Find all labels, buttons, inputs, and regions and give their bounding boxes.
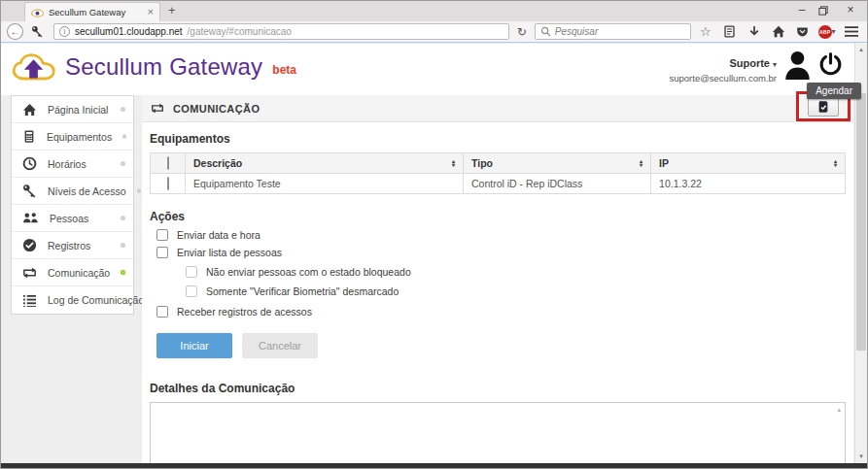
tab-title: Secullum Gateway — [49, 7, 143, 17]
nao-enviar-bloqueado-checkbox[interactable] — [186, 266, 197, 278]
search-bar[interactable] — [535, 23, 692, 40]
favicon-cloud-icon — [31, 8, 44, 17]
user-menu[interactable]: Suporte▾ suporte@secullum.com.br — [670, 48, 778, 84]
sidebar-item-comunicacao[interactable]: Comunicação — [12, 259, 133, 286]
search-input[interactable] — [555, 26, 662, 37]
sidebar-item-log-de-comunicacao[interactable]: Log de Comunicação — [12, 286, 133, 314]
actions-heading: Ações — [150, 210, 846, 223]
row-checkbox[interactable] — [167, 177, 169, 190]
url-bar[interactable]: i secullum01.cloudapp.net/gateway/#comun… — [53, 23, 509, 40]
beta-badge: beta — [272, 63, 296, 77]
iniciar-button[interactable]: Iniciar — [156, 333, 232, 358]
main-panel: COMUNICAÇÃO Equipamentos Descrição ▴▾ Ti… — [142, 95, 853, 463]
bookmark-star-icon[interactable]: ☆ — [695, 23, 715, 41]
status-dot-icon — [122, 134, 126, 139]
url-path: /gateway/#comunicacao — [188, 26, 292, 37]
people-icon — [22, 212, 39, 224]
select-all-checkbox[interactable] — [167, 156, 169, 170]
browser-tab[interactable]: Secullum Gateway × — [24, 2, 160, 21]
app-header: Secullum Gateway beta Suporte▾ suporte@s… — [1, 44, 854, 95]
status-dot-icon — [137, 188, 141, 193]
user-caret-icon: ▾ — [773, 60, 777, 69]
somente-biometria-checkbox[interactable] — [186, 285, 197, 297]
column-header-descricao[interactable]: Descrição ▴▾ — [186, 153, 464, 174]
page-info-icon[interactable]: i — [59, 26, 70, 37]
window-close-button[interactable]: × — [842, 3, 859, 17]
user-avatar-icon[interactable] — [784, 48, 811, 80]
pocket-icon[interactable] — [792, 23, 813, 41]
receber-registros-checkbox[interactable] — [156, 306, 168, 318]
sidebar-item-equipamentos[interactable]: Equipamentos — [12, 123, 133, 151]
browser-titlebar: Secullum Gateway × + – × — [1, 1, 867, 21]
column-header-ip[interactable]: IP ▴▾ — [651, 153, 846, 174]
window-restore-button[interactable] — [818, 6, 836, 16]
bookmarks-sidebar-icon[interactable] — [719, 23, 740, 41]
cell-tipo: Control iD - Rep iDClass — [464, 174, 651, 194]
table-row[interactable]: Equipamento Teste Control iD - Rep iDCla… — [151, 174, 846, 194]
calendar-check-icon — [816, 100, 830, 114]
key-plugin-icon[interactable] — [27, 23, 48, 41]
window-minimize-button[interactable]: – — [793, 3, 811, 17]
brand-title: Secullum Gateway — [65, 53, 262, 81]
sort-icon[interactable]: ▴▾ — [640, 159, 642, 168]
sync-icon — [151, 103, 164, 114]
key-icon — [22, 184, 37, 198]
sidebar-item-niveis-de-acesso[interactable]: Níveis de Acesso — [12, 178, 133, 205]
adblock-caret-icon: ▾ — [832, 27, 836, 36]
cancelar-button[interactable]: Cancelar — [242, 333, 318, 358]
cloud-arrow-logo-icon — [11, 50, 57, 84]
browser-navbar: ← i secullum01.cloudapp.net/gateway/#com… — [1, 21, 867, 43]
adblock-icon[interactable]: ABP ▾ — [816, 23, 837, 41]
scrollbar-thumb[interactable] — [856, 93, 866, 351]
status-dot-icon — [121, 216, 125, 220]
app-logo[interactable]: Secullum Gateway beta — [11, 50, 296, 84]
sidebar-item-pessoas[interactable]: Pessoas — [12, 205, 133, 232]
table-header-row: Descrição ▴▾ Tipo ▴▾ IP ▴▾ — [151, 153, 846, 174]
scroll-up-icon[interactable]: ▴ — [855, 46, 867, 53]
page-title-bar: COMUNICAÇÃO — [142, 95, 853, 122]
reload-icon[interactable]: ↻ — [513, 25, 531, 39]
tab-close-icon[interactable]: × — [148, 7, 154, 17]
search-icon — [540, 26, 551, 37]
checkbox-row-nao-enviar-bloqueado: Não enviar pessoas com o estado bloquead… — [186, 266, 846, 278]
back-button[interactable]: ← — [7, 23, 23, 40]
communication-details-textarea[interactable] — [150, 402, 846, 463]
status-dot-icon — [121, 243, 125, 248]
sidebar-item-registros[interactable]: Registros — [12, 232, 133, 259]
downloads-icon[interactable] — [744, 23, 764, 41]
sidebar-item-horarios[interactable]: Horários — [12, 151, 133, 178]
schedule-button[interactable] — [808, 96, 839, 117]
list-icon — [22, 294, 37, 307]
home-icon[interactable] — [768, 23, 788, 41]
sort-icon[interactable]: ▴▾ — [834, 159, 837, 168]
window-bottom-edge — [1, 463, 867, 468]
page-scrollbar[interactable]: ▴ ▾ — [854, 43, 867, 463]
new-tab-button[interactable]: + — [168, 3, 176, 17]
user-email: suporte@secullum.com.br — [670, 73, 778, 84]
browser-window: Secullum Gateway × + – × ← i secullum01.… — [0, 0, 868, 469]
schedule-tooltip: Agendar — [807, 83, 861, 99]
clock-icon — [22, 156, 37, 171]
status-dot-active-icon — [121, 270, 125, 275]
check-circle-icon — [22, 238, 37, 252]
sidebar-nav: Página Inicial Equipamentos Horários Nív… — [11, 95, 134, 315]
user-name: Suporte — [729, 57, 770, 69]
enviar-lista-checkbox[interactable] — [156, 247, 168, 258]
cell-descricao: Equipamento Teste — [186, 174, 464, 194]
checkbox-row-enviar-lista: Enviar lista de pessoas — [156, 247, 846, 258]
menu-hamburger-icon[interactable] — [841, 23, 861, 41]
status-dot-icon — [121, 161, 125, 166]
checkbox-row-enviar-data: Enviar data e hora — [156, 229, 846, 241]
textarea-scroll-up-icon[interactable]: ▴ — [837, 406, 841, 414]
url-host: secullum01.cloudapp.net — [75, 26, 183, 37]
checkbox-row-somente-biometria: Somente "Verificar Biometria" desmarcado — [186, 285, 846, 297]
column-header-tipo[interactable]: Tipo ▴▾ — [464, 153, 651, 174]
logout-power-icon[interactable] — [818, 48, 843, 77]
sidebar-item-pagina-inicial[interactable]: Página Inicial — [12, 96, 133, 123]
action-buttons: Iniciar Cancelar — [156, 333, 846, 358]
enviar-data-checkbox[interactable] — [156, 229, 168, 241]
scroll-down-icon[interactable]: ▾ — [855, 452, 867, 460]
sort-icon[interactable]: ▴▾ — [452, 159, 455, 168]
equipment-table: Descrição ▴▾ Tipo ▴▾ IP ▴▾ Equipamento T — [150, 152, 846, 194]
home-icon — [22, 103, 37, 117]
